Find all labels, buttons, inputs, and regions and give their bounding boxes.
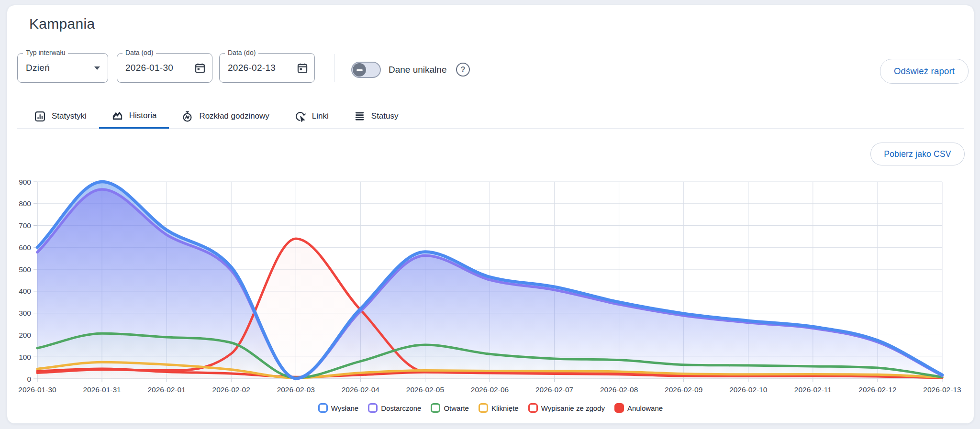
svg-text:2026-02-03: 2026-02-03 xyxy=(277,385,315,394)
legend-item-wyslane[interactable]: Wysłane xyxy=(318,403,358,413)
svg-text:800: 800 xyxy=(19,199,31,208)
tab-statystyki[interactable]: Statystyki xyxy=(22,104,99,129)
svg-text:900: 900 xyxy=(19,178,31,186)
chart-canvas: 01002003004005006007008009002026-01-3020… xyxy=(7,175,974,397)
svg-text:0: 0 xyxy=(27,375,31,383)
svg-text:500: 500 xyxy=(19,265,31,274)
tab-linki[interactable]: Linki xyxy=(282,104,341,129)
refresh-report-button[interactable]: Odśwież raport xyxy=(880,59,969,84)
legend-item-klikniete[interactable]: Kliknięte xyxy=(479,403,519,413)
svg-text:200: 200 xyxy=(19,331,31,339)
tab-label: Linki xyxy=(312,111,329,121)
svg-text:300: 300 xyxy=(19,309,31,317)
legend-swatch xyxy=(614,403,624,413)
svg-text:2026-02-11: 2026-02-11 xyxy=(794,385,832,394)
svg-text:2026-02-06: 2026-02-06 xyxy=(471,385,509,394)
svg-text:2026-02-13: 2026-02-13 xyxy=(923,385,961,394)
legend-swatch xyxy=(528,403,538,413)
svg-text:600: 600 xyxy=(19,243,31,252)
tab-rozklad-godzinowy[interactable]: Rozkład godzinowy xyxy=(169,104,281,129)
svg-text:2026-02-04: 2026-02-04 xyxy=(342,385,380,394)
divider xyxy=(334,54,334,82)
svg-text:2026-02-07: 2026-02-07 xyxy=(535,385,573,394)
legend-swatch xyxy=(479,403,488,413)
tab-label: Historia xyxy=(129,111,157,121)
svg-text:2026-02-12: 2026-02-12 xyxy=(858,385,896,394)
svg-text:2026-01-31: 2026-01-31 xyxy=(83,385,121,394)
tab-statusy[interactable]: Statusy xyxy=(341,104,411,129)
date-from-value: 2026-01-30 xyxy=(125,63,173,73)
legend-swatch xyxy=(318,403,328,413)
chart-legend: Wysłane Dostarczone Otwarte Kliknięte Wy… xyxy=(7,403,974,413)
interval-type-label: Typ interwału xyxy=(23,49,68,56)
chevron-down-icon xyxy=(94,66,100,70)
tab-historia[interactable]: Historia xyxy=(99,104,169,129)
page-title: Kampania xyxy=(29,16,95,32)
tab-label: Rozkład godzinowy xyxy=(199,111,269,121)
interval-type-select[interactable]: Typ interwału Dzień xyxy=(17,53,108,83)
unique-data-toggle[interactable] xyxy=(351,62,381,78)
bar-chart-icon xyxy=(34,110,46,122)
date-to-field[interactable]: Data (do) 2026-02-13 xyxy=(219,53,315,83)
click-icon xyxy=(294,110,306,122)
date-to-value: 2026-02-13 xyxy=(228,63,276,73)
legend-item-dostarczone[interactable]: Dostarczone xyxy=(368,403,421,413)
svg-text:2026-02-05: 2026-02-05 xyxy=(406,385,444,394)
svg-text:2026-02-08: 2026-02-08 xyxy=(600,385,638,394)
svg-text:2026-02-09: 2026-02-09 xyxy=(665,385,702,394)
legend-item-otwarte[interactable]: Otwarte xyxy=(431,403,469,413)
date-from-field[interactable]: Data (od) 2026-01-30 xyxy=(117,53,212,83)
svg-text:2026-01-30: 2026-01-30 xyxy=(18,385,56,394)
legend-swatch xyxy=(431,403,440,413)
history-chart: 01002003004005006007008009002026-01-3020… xyxy=(7,175,974,397)
area-chart-icon xyxy=(111,110,123,121)
calendar-icon[interactable] xyxy=(297,62,308,74)
legend-item-wypisanie[interactable]: Wypisanie ze zgody xyxy=(528,403,605,413)
stopwatch-icon xyxy=(181,110,193,122)
legend-swatch xyxy=(368,403,378,413)
svg-text:2026-02-02: 2026-02-02 xyxy=(212,385,250,394)
calendar-icon[interactable] xyxy=(194,62,206,74)
tab-label: Statystyki xyxy=(52,111,87,121)
campaign-card: Kampania Typ interwału Dzień Data (od) 2… xyxy=(7,5,974,424)
svg-text:2026-02-10: 2026-02-10 xyxy=(729,385,768,394)
minus-icon xyxy=(356,69,363,71)
date-to-label: Data (do) xyxy=(225,49,258,56)
download-csv-button[interactable]: Pobierz jako CSV xyxy=(870,143,965,165)
svg-text:700: 700 xyxy=(19,221,31,230)
svg-text:100: 100 xyxy=(19,353,31,361)
svg-text:2026-02-01: 2026-02-01 xyxy=(147,385,185,394)
tab-label: Statusy xyxy=(371,111,399,121)
tab-bar: Statystyki Historia Rozkład godzinowy xyxy=(22,104,411,129)
legend-item-anulowane[interactable]: Anulowane xyxy=(614,403,663,413)
date-from-label: Data (od) xyxy=(122,49,156,56)
unique-data-label: Dane unikalne xyxy=(389,62,446,78)
list-icon xyxy=(354,110,366,122)
svg-text:400: 400 xyxy=(19,287,31,295)
toggle-knob xyxy=(353,63,366,77)
interval-type-value: Dzień xyxy=(26,63,50,73)
help-icon[interactable]: ? xyxy=(456,63,470,77)
